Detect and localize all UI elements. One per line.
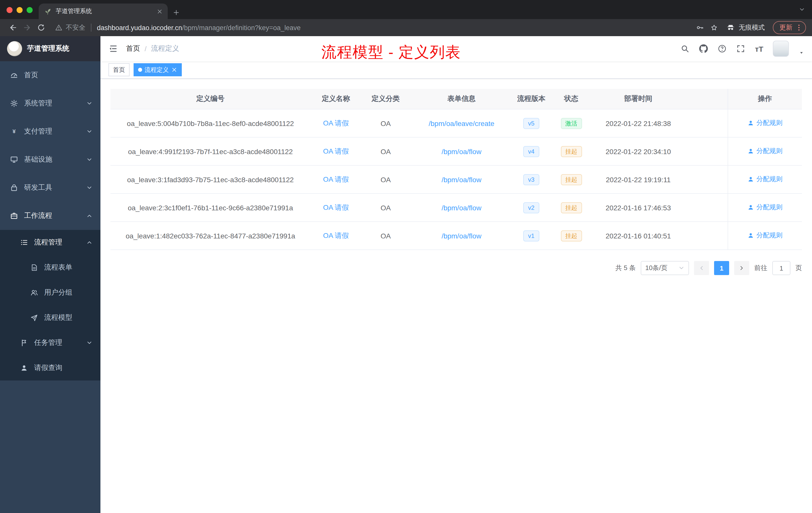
zoom-window-button[interactable] (27, 7, 33, 13)
font-size-icon[interactable]: тT (755, 45, 763, 53)
cell-version: v4 (513, 137, 549, 165)
definition-name-link[interactable]: OA 请假 (323, 231, 349, 239)
reload-button[interactable] (34, 21, 48, 34)
chevron-down-icon (678, 265, 685, 271)
cell-deploy-time: 2022-01-22 20:34:10 (593, 137, 684, 165)
sidebar-item-infrastructure[interactable]: 基础设施 (0, 146, 100, 174)
sidebar-item-label: 请假查询 (34, 363, 62, 372)
page-size-value: 10条/页 (645, 264, 667, 273)
form-link[interactable]: /bpm/oa/flow (442, 204, 482, 212)
page-number-button[interactable]: 1 (714, 261, 729, 275)
forward-button[interactable] (20, 21, 34, 34)
sidebar-item-dev-tools[interactable]: 研发工具 (0, 174, 100, 202)
sidebar-item-payment-management[interactable]: 支付管理 (0, 117, 100, 146)
user-icon (20, 364, 28, 372)
password-key-icon[interactable] (696, 24, 704, 32)
sidebar-fold-icon[interactable] (108, 44, 118, 54)
sidebar-item-process-model[interactable]: 流程模型 (0, 305, 100, 330)
more-dots-icon[interactable] (795, 24, 803, 32)
assign-rule-button[interactable]: 分配规则 (748, 203, 783, 212)
cell-deploy-time: 2022-01-22 21:48:38 (593, 109, 684, 137)
sidebar-item-leave-query[interactable]: 请假查询 (0, 355, 100, 381)
github-icon[interactable] (699, 44, 708, 53)
goto-label: 前往 (754, 264, 767, 273)
navbar-actions: тT (681, 41, 805, 57)
sidebar-item-user-group[interactable]: 用户分组 (0, 280, 100, 305)
prev-page-button[interactable] (694, 261, 709, 275)
cell-spacer (684, 137, 728, 165)
cell-actions: 分配规则 (728, 109, 802, 137)
sidebar-item-label: 流程管理 (34, 238, 62, 247)
cell-definition-name: OA 请假 (310, 193, 361, 221)
sidebar-item-home[interactable]: 首页 (0, 61, 100, 89)
assign-rule-button[interactable]: 分配规则 (748, 118, 783, 127)
send-icon (30, 314, 38, 322)
browser-tab[interactable]: 芋道管理系统 (39, 3, 168, 19)
briefcase-icon (10, 212, 18, 220)
cell-deploy-time: 2022-01-22 19:19:11 (593, 165, 684, 193)
tag-close-icon[interactable] (171, 67, 177, 73)
assign-rule-button[interactable]: 分配规则 (748, 175, 783, 184)
goto-page-input[interactable] (772, 261, 790, 275)
search-icon[interactable] (681, 44, 690, 53)
back-button[interactable] (6, 21, 20, 34)
fullscreen-icon[interactable] (736, 44, 746, 53)
address-separator (91, 24, 91, 32)
url-path: /bpm/manager/definition?key=oa_leave (182, 24, 300, 31)
assign-rule-button[interactable]: 分配规则 (748, 231, 783, 240)
cell-definition-id: oa_leave:3:1fad3d93-7b75-11ec-a3c8-acde4… (111, 165, 310, 193)
pagination: 共 5 条 10条/页 1 前往 页 (111, 261, 802, 275)
warning-triangle-icon (55, 24, 62, 31)
sidebar-item-label: 研发工具 (24, 183, 52, 192)
assign-rule-button[interactable]: 分配规则 (748, 147, 783, 156)
sidebar-item-process-form[interactable]: 流程表单 (0, 255, 100, 280)
form-link[interactable]: /bpm/oa/flow (442, 175, 482, 183)
page-unit-label: 页 (795, 264, 802, 273)
forward-icon (23, 23, 32, 32)
cell-form-info: /bpm/oa/flow (410, 165, 513, 193)
tag-process-definition[interactable]: 流程定义 (134, 63, 182, 76)
table-row: oa_leave:5:004b710b-7b8a-11ec-8ef0-acde4… (111, 109, 802, 137)
sidebar-item-task-management[interactable]: 任务管理 (0, 330, 100, 355)
sidebar-item-label: 流程模型 (44, 313, 72, 322)
tab-search-chevron-icon[interactable] (799, 6, 805, 12)
browser-update-menu[interactable]: 更新 (773, 21, 806, 34)
tag-home[interactable]: 首页 (109, 63, 129, 76)
assign-rule-label: 分配规则 (756, 203, 783, 212)
cell-definition-name: OA 请假 (310, 165, 361, 193)
avatar-caret-down-icon[interactable] (799, 50, 805, 56)
tab-close-icon[interactable] (157, 8, 163, 14)
cell-version: v2 (513, 193, 549, 221)
sidebar-item-system-management[interactable]: 系统管理 (0, 89, 100, 117)
page-size-select[interactable]: 10条/页 (641, 261, 689, 275)
help-question-icon[interactable] (718, 44, 727, 53)
cell-definition-name: OA 请假 (310, 109, 361, 137)
next-page-button[interactable] (734, 261, 749, 275)
definition-name-link[interactable]: OA 请假 (323, 119, 349, 127)
user-avatar[interactable] (773, 41, 789, 57)
definition-name-link[interactable]: OA 请假 (323, 147, 349, 155)
cell-definition-name: OA 请假 (310, 137, 361, 165)
address-bar[interactable]: dashboard.yudao.iocoder.cn/bpm/manager/d… (97, 24, 300, 31)
bookmark-star-icon[interactable] (710, 24, 718, 32)
definition-name-link[interactable]: OA 请假 (323, 203, 349, 211)
sidebar-item-process-management[interactable]: 流程管理 (0, 230, 100, 255)
table-header-row: 定义编号 定义名称 定义分类 表单信息 流程版本 状态 部署时间 操作 (111, 89, 802, 109)
new-tab-button[interactable] (173, 9, 180, 16)
version-badge: v5 (523, 118, 539, 129)
minimize-window-button[interactable] (17, 7, 23, 13)
sidebar-logo-row[interactable]: 芋道管理系统 (0, 36, 100, 61)
status-badge: 激活 (561, 118, 582, 129)
close-window-button[interactable] (6, 7, 12, 13)
sidebar-item-label: 用户分组 (44, 288, 72, 297)
sidebar-item-workflow[interactable]: 工作流程 (0, 202, 100, 230)
assign-rule-label: 分配规则 (756, 147, 783, 156)
form-link[interactable]: /bpm/oa/leave/create (429, 119, 494, 127)
form-link[interactable]: /bpm/oa/flow (442, 147, 482, 155)
site-security-chip[interactable]: 不安全 (55, 23, 85, 32)
form-link[interactable]: /bpm/oa/flow (442, 232, 482, 240)
definition-name-link[interactable]: OA 请假 (323, 175, 349, 183)
cell-spacer (684, 193, 728, 221)
breadcrumb-home-link[interactable]: 首页 (126, 44, 140, 53)
security-label: 不安全 (66, 23, 85, 32)
